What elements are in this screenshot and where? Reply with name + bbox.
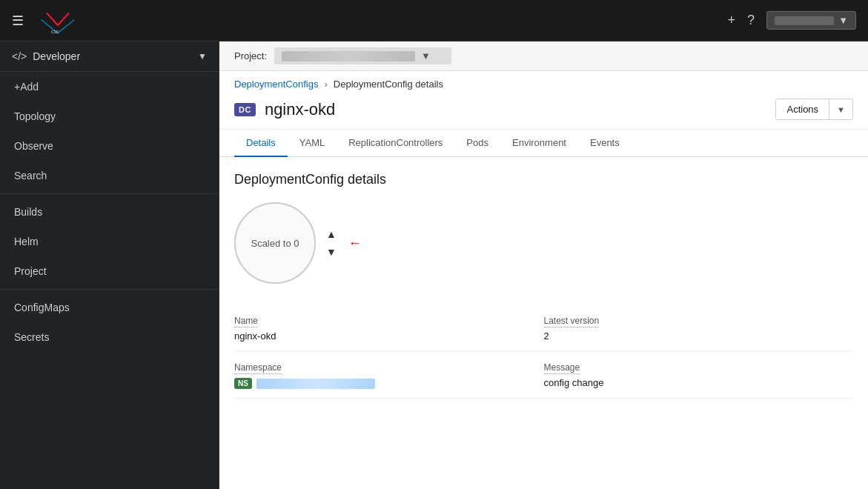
scale-label: Scaled to 0 — [251, 238, 299, 249]
help-icon[interactable]: ? — [747, 13, 755, 28]
user-chevron: ▼ — [838, 15, 848, 26]
sidebar-item-secrets[interactable]: Secrets — [0, 322, 219, 352]
main-layout: </> Developer ▼ +Add Topology Observe Se… — [0, 41, 868, 489]
sidebar-item-helm[interactable]: Helm — [0, 227, 219, 256]
breadcrumb-separator: › — [324, 79, 327, 90]
app-logo: csc — [36, 7, 80, 34]
sidebar-divider-2 — [0, 289, 219, 290]
sidebar-nav: +Add Topology Observe Search Builds Helm… — [0, 72, 219, 352]
detail-value-latest-version: 2 — [544, 330, 854, 342]
scale-arrow-icon: ← — [348, 236, 362, 251]
detail-field-message: Message config change — [544, 351, 854, 399]
tab-events[interactable]: Events — [578, 130, 632, 157]
sidebar-item-builds[interactable]: Builds — [0, 197, 219, 227]
sidebar: </> Developer ▼ +Add Topology Observe Se… — [0, 41, 219, 489]
sidebar-developer-switcher[interactable]: </> Developer ▼ — [0, 41, 219, 72]
actions-button-chevron: ▼ — [829, 101, 852, 119]
sidebar-item-topology[interactable]: Topology — [0, 102, 219, 131]
detail-label-name: Name — [234, 316, 258, 327]
tabs-bar: Details YAML ReplicationControllers Pods… — [219, 130, 868, 157]
sidebar-item-search[interactable]: Search — [0, 161, 219, 190]
csc-logo-svg: csc — [36, 7, 80, 34]
namespace-badge-container: NS — [234, 378, 375, 389]
detail-label-message: Message — [544, 362, 580, 374]
hamburger-menu[interactable]: ☰ — [12, 13, 24, 29]
detail-value-message: config change — [544, 377, 854, 388]
tab-yaml[interactable]: YAML — [288, 130, 337, 157]
breadcrumb: DeploymentConfigs › DeploymentConfig det… — [219, 71, 868, 90]
detail-field-name: Name nginx-okd — [234, 305, 544, 351]
detail-label-namespace: Namespace — [234, 362, 282, 374]
detail-field-namespace: Namespace NS — [234, 351, 544, 399]
sidebar-developer-chevron: ▼ — [198, 51, 207, 61]
details-grid: Name nginx-okd Latest version 2 Namespac… — [234, 305, 853, 399]
project-value-blurred — [282, 51, 415, 61]
scale-controls: ▲ ▼ — [322, 227, 341, 259]
tab-details[interactable]: Details — [234, 130, 288, 157]
detail-value-name: nginx-okd — [234, 330, 544, 342]
sidebar-item-configmaps[interactable]: ConfigMaps — [0, 293, 219, 322]
ns-value-blurred — [256, 379, 375, 389]
breadcrumb-current: DeploymentConfig details — [334, 79, 443, 90]
sidebar-item-observe[interactable]: Observe — [0, 131, 219, 161]
detail-field-latest-version: Latest version 2 — [544, 305, 854, 351]
developer-icon: </> — [12, 50, 27, 62]
detail-value-namespace: NS — [234, 377, 544, 389]
tab-pods[interactable]: Pods — [454, 130, 500, 157]
svg-text:csc: csc — [51, 28, 59, 33]
user-label — [775, 16, 834, 25]
resource-header: DC nginx-okd Actions ▼ — [219, 90, 868, 130]
breadcrumb-parent-link[interactable]: DeploymentConfigs — [234, 79, 318, 90]
scale-widget: Scaled to 0 ▲ ▼ ← — [234, 202, 853, 284]
actions-button-label: Actions — [776, 99, 829, 119]
sidebar-item-add[interactable]: +Add — [0, 72, 219, 102]
user-menu[interactable]: ▼ — [766, 11, 856, 30]
project-bar: Project: ▼ — [219, 41, 868, 71]
content-area: Project: ▼ DeploymentConfigs › Deploymen… — [219, 41, 868, 489]
ns-badge-label: NS — [234, 378, 252, 389]
resource-type-badge: DC — [234, 103, 256, 116]
add-icon[interactable]: + — [728, 13, 736, 28]
project-dropdown[interactable]: ▼ — [274, 47, 451, 64]
topbar-right: + ? ▼ — [728, 11, 856, 30]
resource-name: nginx-okd — [265, 100, 767, 119]
sidebar-divider-1 — [0, 193, 219, 194]
section-title: DeploymentConfig details — [234, 172, 853, 187]
actions-dropdown-button[interactable]: Actions ▼ — [775, 99, 853, 120]
scale-up-button[interactable]: ▲ — [322, 227, 341, 242]
tab-replicationcontrollers[interactable]: ReplicationControllers — [337, 130, 454, 157]
scale-down-button[interactable]: ▼ — [322, 245, 341, 259]
project-dropdown-chevron: ▼ — [421, 50, 431, 61]
scale-circle: Scaled to 0 — [234, 202, 316, 284]
tab-environment[interactable]: Environment — [500, 130, 578, 157]
detail-label-latest-version: Latest version — [544, 316, 600, 327]
topbar: ☰ csc + ? ▼ — [0, 0, 868, 41]
sidebar-item-project[interactable]: Project — [0, 256, 219, 286]
sidebar-developer-label: Developer — [33, 50, 80, 62]
details-content: DeploymentConfig details Scaled to 0 ▲ ▼… — [219, 157, 868, 489]
project-label: Project: — [234, 50, 267, 61]
